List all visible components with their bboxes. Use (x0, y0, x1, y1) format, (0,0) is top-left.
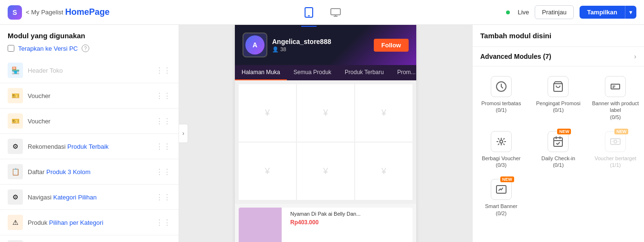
banner-product-label: Banner with product label(0/5) (591, 100, 640, 121)
center-panel: › A Angelica_store888 👤 38 Follow Halama… (179, 25, 472, 242)
module-list: 🏪 Header Toko ⋮⋮ 🎫 Voucher ⋮⋮ 🎫 Voucher … (0, 58, 179, 242)
right-panel-header: Tambah modul disini (473, 25, 644, 47)
nav-produk-terbaru[interactable]: Produk Terbaru (338, 65, 391, 80)
voucher-1-icon: 🎫 (8, 88, 23, 103)
smart-banner-label: Smart Banner(0/2) (485, 203, 517, 217)
live-label: Live (517, 9, 529, 16)
drag-handle-rekomendasi[interactable]: ⋮⋮ (156, 142, 171, 151)
module-card-pengingat[interactable]: Pengingat Promosi(0/1) (530, 70, 587, 125)
pc-version-label: Terapkan ke Versi PC (18, 45, 78, 52)
left-panel: Modul yang digunakan Terapkan ke Versi P… (0, 25, 179, 242)
svg-rect-1 (308, 15, 310, 16)
drag-handle-daftar-produk[interactable]: ⋮⋮ (156, 167, 171, 176)
follow-button[interactable]: Follow (374, 39, 409, 52)
desktop-view-btn[interactable] (328, 5, 343, 20)
product-thumb-4: ¥ (239, 143, 296, 200)
drag-handle-voucher-1[interactable]: ⋮⋮ (156, 91, 171, 100)
mobile-view-btn[interactable] (301, 5, 317, 20)
module-item-voucher-1[interactable]: 🎫 Voucher ⋮⋮ (0, 83, 179, 109)
publish-group: Tampilkan ▾ (580, 6, 636, 19)
product-thumb-2: ¥ (297, 84, 354, 142)
module-item-produk-pilihan[interactable]: ⚠ Produk Pilihan per Kategori ⋮⋮ (0, 210, 179, 235)
module-card-promosi-terbatas[interactable]: Promosi terbatas(0/1) (473, 70, 530, 125)
advanced-modules-arrow[interactable]: › (634, 53, 636, 60)
module-item-rekomendasi[interactable]: ⚙ Rekomendasi Produk Terbaik ⋮⋮ (0, 134, 179, 159)
module-card-berbagi-voucher[interactable]: Berbagi Voucher(0/3) (473, 125, 530, 174)
device-toggle (301, 5, 343, 20)
module-card-daily-checkin[interactable]: NEW Daily Check-in(0/1) (530, 125, 587, 174)
module-name-voucher-1: Voucher (28, 92, 156, 99)
store-nav: Halaman Muka Semua Produk Produk Terbaru… (235, 65, 416, 80)
promosi-terbatas-label: Promosi terbatas(0/1) (481, 100, 521, 114)
svg-rect-2 (331, 9, 340, 15)
nav-halaman-muka[interactable]: Halaman Muka (235, 65, 287, 80)
right-panel-title: Tambah modul disini (480, 32, 551, 40)
new-badge-voucher: NEW (614, 129, 628, 134)
pc-version-checkbox[interactable] (8, 45, 14, 52)
store-header: A Angelica_store888 👤 38 Follow (235, 25, 416, 65)
publish-button[interactable]: Tampilkan (580, 6, 625, 19)
nav-prom[interactable]: Prom... (391, 65, 416, 80)
main-layout: Modul yang digunakan Terapkan ke Versi P… (0, 25, 644, 242)
product-thumb-5: ¥ (297, 143, 354, 200)
product-list: Nyaman Di Pak ai Belly Dan... Rp403.000 … (235, 204, 416, 242)
svg-rect-5 (554, 138, 562, 146)
module-item-navigasi[interactable]: ⚙ Navigasi Kategori Pilihan ⋮⋮ (0, 185, 179, 210)
product-grid: ¥ ¥ ¥ ¥ ¥ ¥ (235, 80, 416, 204)
module-name-header-toko: Header Toko (28, 67, 156, 74)
navigasi-icon: ⚙ (8, 189, 23, 205)
right-panel: Tambah modul disini Advanced Modules (7)… (472, 25, 644, 242)
module-name-voucher-2: Voucher (28, 118, 156, 125)
voucher-bertarget-icon: NEW (605, 131, 626, 152)
preview-button[interactable]: Pratinjau (535, 5, 573, 19)
module-item-daftar-produk[interactable]: 📋 Daftar Produk 3 Kolom ⋮⋮ (0, 159, 179, 185)
rekomendasi-icon: ⚙ (8, 139, 23, 154)
help-icon[interactable]: ? (82, 44, 89, 52)
pengingat-label: Pengingat Promosi(0/1) (536, 100, 581, 114)
left-panel-title: Modul yang digunakan (0, 25, 179, 44)
drag-handle-voucher-2[interactable]: ⋮⋮ (156, 117, 171, 126)
module-name-rekomendasi: Rekomendasi Produk Terbaik (28, 143, 156, 150)
berbagi-voucher-icon (491, 131, 512, 152)
product-thumb-1: ¥ (239, 84, 296, 142)
drag-handle-header-toko[interactable]: ⋮⋮ (156, 66, 171, 75)
store-preview: A Angelica_store888 👤 38 Follow Halaman … (235, 25, 416, 242)
nav-semua-produk[interactable]: Semua Produk (287, 65, 338, 80)
voucher-2-icon: 🎫 (8, 113, 23, 129)
module-card-banner-product[interactable]: Banner with product label(0/5) (587, 70, 644, 125)
product-price-1: Rp403.000 (290, 219, 409, 226)
store-followers: 👤 38 (272, 46, 369, 53)
product-info-1: Nyaman Di Pak ai Belly Dan... Rp403.000 (286, 208, 412, 242)
advanced-modules-header[interactable]: Advanced Modules (7) › (473, 47, 644, 66)
product-thumb-6: ¥ (355, 143, 412, 200)
daftar-produk-icon: 📋 (8, 164, 23, 179)
publish-caret-button[interactable]: ▾ (625, 6, 636, 19)
new-badge-daily: NEW (557, 129, 571, 134)
collapse-left-btn[interactable]: › (179, 124, 188, 143)
pagelist-link[interactable]: < My Pagelist (26, 9, 63, 16)
module-card-smart-banner[interactable]: NEW Smart Banner(0/2) (473, 173, 530, 221)
berbagi-voucher-label: Berbagi Voucher(0/3) (482, 155, 520, 169)
module-card-voucher-bertarget[interactable]: NEW Voucher bertarget(1/1) (587, 125, 644, 174)
module-name-daftar-produk: Daftar Produk 3 Kolom (28, 168, 156, 176)
daily-checkin-icon: NEW (548, 131, 569, 152)
avatar-initials: A (245, 35, 264, 55)
advanced-modules-title: Advanced Modules (7) (480, 53, 551, 60)
produk-pilihan-icon: ⚠ (8, 215, 23, 230)
product-row-1: Nyaman Di Pak ai Belly Dan... Rp403.000 (239, 208, 412, 242)
drag-handle-navigasi[interactable]: ⋮⋮ (156, 193, 171, 202)
store-avatar: A (243, 33, 267, 57)
daily-checkin-label: Daily Check-in(0/1) (541, 155, 575, 169)
module-item-voucher-2[interactable]: 🎫 Voucher ⋮⋮ (0, 109, 179, 134)
module-item-voucher-bertarget[interactable]: 🎟 Voucher bertarget pengguna ⋮⋮ (0, 235, 179, 242)
promosi-terbatas-icon (491, 76, 512, 97)
page-title: HomePage (65, 7, 109, 17)
drag-handle-produk-pilihan[interactable]: ⋮⋮ (156, 218, 171, 227)
voucher-bertarget-label: Voucher bertarget(1/1) (594, 155, 636, 169)
module-item-header-toko[interactable]: 🏪 Header Toko ⋮⋮ (0, 58, 179, 83)
topnav: S < My Pagelist HomePage Live Pratinjau … (0, 0, 644, 25)
store-info: Angelica_store888 👤 38 (272, 38, 369, 53)
live-indicator (506, 11, 510, 14)
banner-product-icon (605, 76, 626, 97)
product-name-1: Nyaman Di Pak ai Belly Dan... (290, 210, 409, 217)
